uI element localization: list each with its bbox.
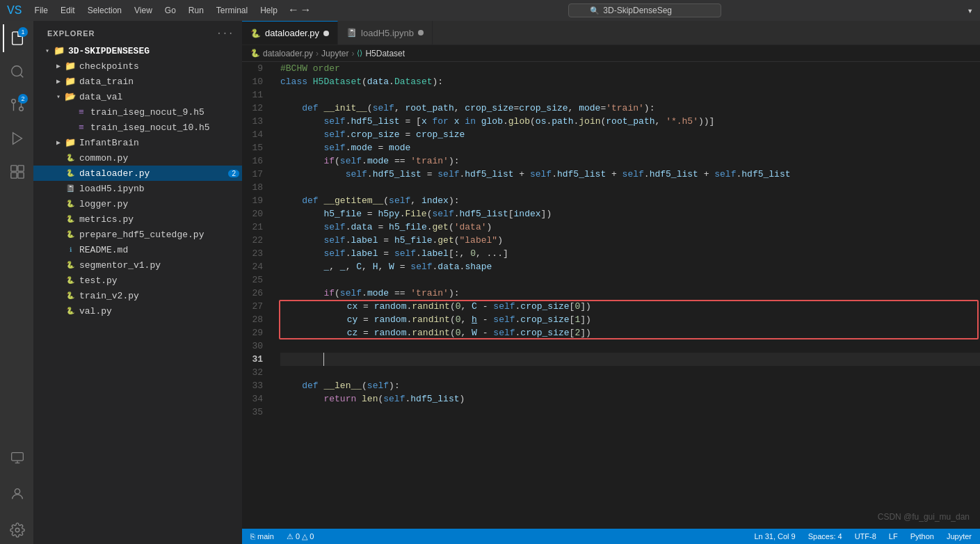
menu-file[interactable]: File xyxy=(29,4,54,17)
sidebar-item-train-iseg-9[interactable]: ≡ train_iseg_nocut_9.h5 xyxy=(33,104,242,120)
h5-file-icon-2: ≡ xyxy=(75,122,88,133)
breadcrumb-class[interactable]: H5Dataset xyxy=(365,49,405,58)
data-train-arrow-icon: ▶ xyxy=(53,77,64,86)
train-iseg-10-label: train_iseg_nocut_10.h5 xyxy=(90,122,242,133)
segmentor-icon: 🐍 xyxy=(64,261,77,269)
breadcrumb-jupyter[interactable]: Jupyter xyxy=(321,49,348,58)
code-line-15: self.mode = mode xyxy=(280,141,980,154)
status-branch[interactable]: ⎘ main xyxy=(248,532,277,541)
menu-edit[interactable]: Edit xyxy=(55,4,81,17)
sidebar-item-dataloader-py[interactable]: 🐍 dataloader.py 2 xyxy=(33,166,242,181)
svg-point-2 xyxy=(19,107,24,111)
segmentor-label: segmentor_v1.py xyxy=(79,260,242,271)
breadcrumb-file-icon: 🐍 xyxy=(250,49,260,58)
sidebar-more-actions-icon[interactable]: ··· xyxy=(216,28,234,39)
sidebar-item-val[interactable]: 🐍 val.py xyxy=(33,303,242,319)
ln-16: 16 xyxy=(242,154,270,168)
activity-run[interactable] xyxy=(3,125,31,152)
sidebar-item-train-v2[interactable]: 🐍 train_v2.py xyxy=(33,288,242,303)
status-ln-col[interactable]: Ln 31, Col 9 xyxy=(751,532,798,541)
tab-loadh5-dirty-icon xyxy=(418,30,424,35)
sidebar-item-test[interactable]: 🐍 test.py xyxy=(33,273,242,288)
code-line-31 xyxy=(280,353,980,366)
tab-dataloader-label: dataloader.py xyxy=(265,28,319,38)
logger-icon: 🐍 xyxy=(64,200,77,208)
tab-dataloader-dirty-icon xyxy=(323,31,329,36)
status-errors[interactable]: ⚠ 0 △ 0 xyxy=(284,532,316,541)
titlebar-menu: File Edit Selection View Go Run Terminal… xyxy=(29,4,283,17)
code-line-29: cz = random.randint(0, W - self.crop_siz… xyxy=(280,326,980,339)
sidebar-item-checkpoints[interactable]: ▶ 📁 checkpoints xyxy=(33,58,242,74)
svg-marker-5 xyxy=(13,133,22,145)
main-layout: 1 2 EXPLORER ··· xyxy=(0,21,980,544)
sidebar-item-segmentor[interactable]: 🐍 segmentor_v1.py xyxy=(33,257,242,273)
tab-loadh5[interactable]: 📓 loadH5.ipynb xyxy=(338,21,433,45)
code-editor[interactable]: 9 10 11 12 13 14 15 16 17 18 19 20 21 22… xyxy=(242,62,980,529)
status-jupyter[interactable]: Jupyter xyxy=(944,532,974,541)
sidebar-item-readme[interactable]: ℹ README.md xyxy=(33,242,242,257)
svg-point-13 xyxy=(15,489,19,494)
menu-run[interactable]: Run xyxy=(183,4,209,17)
status-language[interactable]: Python xyxy=(908,532,937,541)
files-badge: 1 xyxy=(18,27,28,37)
sidebar-item-data-train[interactable]: ▶ 📁 data_train xyxy=(33,74,242,89)
val-icon: 🐍 xyxy=(64,307,77,315)
code-line-32 xyxy=(280,366,980,379)
source-control-badge: 2 xyxy=(18,94,28,104)
status-eol[interactable]: LF xyxy=(886,532,901,541)
status-encoding[interactable]: UTF-8 xyxy=(852,532,879,541)
sidebar-item-train-iseg-10[interactable]: ≡ train_iseg_nocut_10.h5 xyxy=(33,120,242,135)
prepare-hdf5-icon: 🐍 xyxy=(64,230,77,239)
data-train-label: data_train xyxy=(79,77,242,87)
activity-extensions[interactable] xyxy=(3,158,31,186)
menu-view[interactable]: View xyxy=(129,4,158,17)
sidebar-root-folder[interactable]: ▾ 📁 3D-SKIPDENSESEG xyxy=(33,43,242,58)
menu-go[interactable]: Go xyxy=(159,4,182,17)
dataloader-py-label: dataloader.py xyxy=(79,168,228,179)
train-v2-icon: 🐍 xyxy=(64,291,77,300)
sidebar-header: EXPLORER ··· xyxy=(33,21,242,43)
code-line-13: self.hdf5_list = [x for x in glob.glob(o… xyxy=(280,115,980,128)
sidebar-item-loadh5[interactable]: 📓 loadH5.ipynb xyxy=(33,181,242,196)
svg-rect-10 xyxy=(12,453,24,461)
svg-point-3 xyxy=(12,99,16,104)
ln-13: 13 xyxy=(242,115,270,128)
ln-31: 31 xyxy=(242,353,270,366)
activity-accounts[interactable] xyxy=(3,480,31,508)
menu-help[interactable]: Help xyxy=(255,4,283,17)
sidebar-item-infant-brain[interactable]: ▶ 📁 InfantBrain xyxy=(33,135,242,150)
data-val-folder-icon: 📂 xyxy=(64,91,77,102)
search-box[interactable]: 🔍 3D-SkipDenseSeg xyxy=(568,3,721,17)
metrics-label: metrics.py xyxy=(79,214,242,225)
sidebar-item-metrics[interactable]: 🐍 metrics.py xyxy=(33,211,242,227)
cursor xyxy=(323,353,330,366)
sidebar-item-common-py[interactable]: 🐍 common.py xyxy=(33,150,242,166)
activity-remote[interactable] xyxy=(3,444,31,472)
code-content[interactable]: #BCHW order class H5Dataset(data.Dataset… xyxy=(277,62,980,529)
ln-19: 19 xyxy=(242,194,270,207)
dataloader-badge: 2 xyxy=(228,170,239,177)
activity-source-control[interactable]: 2 xyxy=(3,91,31,119)
ln-27: 27 xyxy=(242,300,270,313)
ln-34: 34 xyxy=(242,392,270,406)
activity-files[interactable]: 1 xyxy=(3,24,31,52)
menu-terminal[interactable]: Terminal xyxy=(211,4,253,17)
sidebar-item-data-val[interactable]: ▾ 📂 data_val xyxy=(33,89,242,104)
nav-forward-button[interactable]: → xyxy=(303,4,310,17)
sidebar-item-logger[interactable]: 🐍 logger.py xyxy=(33,196,242,211)
tab-dataloader[interactable]: 🐍 dataloader.py xyxy=(242,21,338,45)
menu-selection[interactable]: Selection xyxy=(82,4,127,17)
ln-21: 21 xyxy=(242,221,270,234)
tab-loadh5-label: loadH5.ipynb xyxy=(361,28,414,38)
breadcrumb-file[interactable]: dataloader.py xyxy=(263,49,313,58)
activity-search[interactable] xyxy=(3,58,31,86)
line-numbers: 9 10 11 12 13 14 15 16 17 18 19 20 21 22… xyxy=(242,62,277,529)
status-spaces[interactable]: Spaces: 4 xyxy=(805,532,845,541)
code-line-30 xyxy=(280,339,980,353)
data-val-arrow-icon: ▾ xyxy=(53,93,64,101)
nav-back-button[interactable]: ← xyxy=(290,4,297,17)
activity-settings[interactable] xyxy=(3,516,31,544)
search-dropdown-icon[interactable]: ▾ xyxy=(967,5,973,17)
sidebar-item-prepare-hdf5[interactable]: 🐍 prepare_hdf5_cutedge.py xyxy=(33,227,242,242)
code-line-11 xyxy=(280,88,980,102)
